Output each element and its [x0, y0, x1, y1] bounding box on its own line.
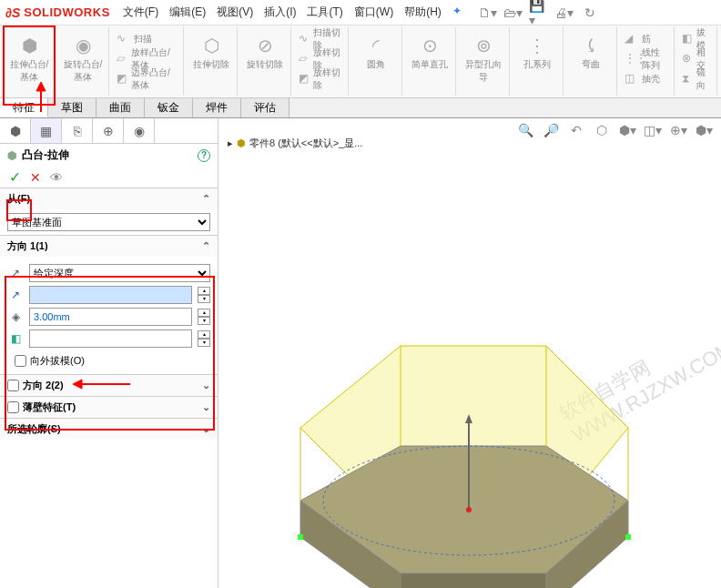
spin-down[interactable]: ▾ — [198, 339, 210, 347]
svg-marker-3 — [401, 573, 546, 588]
from-header[interactable]: 从(F) ⌃ — [0, 188, 218, 209]
edit-appearance-button[interactable]: ⬢▾ — [694, 120, 714, 140]
rebuild-button[interactable]: ↻ — [580, 3, 600, 23]
tab-weldment[interactable]: 焊件 — [193, 98, 241, 117]
mirror-button[interactable]: ⧗镜向 — [680, 69, 713, 89]
manager-tabs: ⬢ ▦ ⎘ ⊕ ◉ — [0, 118, 218, 144]
spin-down[interactable]: ▾ — [198, 295, 210, 303]
menu-file[interactable]: 文件(F) — [123, 5, 158, 20]
depth-field[interactable] — [29, 308, 192, 326]
fillet-button[interactable]: ◜圆角 — [354, 29, 398, 94]
spin-up[interactable]: ▴ — [198, 309, 210, 317]
rib-icon: ◢ — [625, 32, 639, 46]
svg-rect-13 — [298, 534, 303, 540]
thin-header[interactable]: 薄壁特征(T) ⌄ — [0, 397, 218, 418]
part-icon: ⬢ — [237, 137, 246, 149]
hide-show-button[interactable]: ⊕▾ — [668, 120, 688, 140]
bend-icon: ⤹ — [578, 33, 604, 58]
dimxpert-tab[interactable]: ⊕ — [93, 118, 124, 143]
hole-icon: ⊙ — [417, 33, 442, 58]
reverse-direction-button[interactable]: ↗ — [7, 267, 24, 279]
config-tab[interactable]: ⎘ — [62, 118, 93, 143]
extrude-cut-icon: ⬡ — [198, 33, 224, 58]
app-name: SOLIDWORKS — [24, 5, 110, 19]
fillet-icon: ◜ — [363, 33, 389, 58]
part-name[interactable]: 零件8 (默认<<默认>_显... — [249, 137, 362, 150]
menu-edit[interactable]: 编辑(E) — [169, 5, 206, 20]
display-style-button[interactable]: ◫▾ — [643, 120, 663, 140]
boundary-button[interactable]: ◩边界凸台/基体 — [115, 69, 179, 89]
direction-field[interactable] — [29, 286, 192, 304]
tab-surface[interactable]: 曲面 — [96, 98, 145, 117]
simple-hole-button[interactable]: ⊙简单直孔 — [408, 29, 452, 94]
extrude-boss-button[interactable]: ⬢ 拉伸凸台/基体 — [7, 29, 51, 94]
section-view-button[interactable]: ⬡ — [592, 120, 612, 140]
open-button[interactable]: 🗁▾ — [503, 3, 523, 23]
direction1-header[interactable]: 方向 1(1) ⌃ — [0, 236, 218, 257]
view-orientation-button[interactable]: ⬢▾ — [617, 120, 637, 140]
cancel-button[interactable]: ✕ — [30, 170, 41, 185]
menu-tools[interactable]: 工具(T) — [307, 5, 342, 20]
intersect-icon: ⊗ — [682, 52, 694, 66]
save-button[interactable]: 💾▾ — [529, 3, 549, 23]
revolve-cut-button[interactable]: ⊘ 旋转切除 — [243, 29, 287, 94]
prev-view-button[interactable]: ↶ — [566, 120, 586, 140]
help-button[interactable]: ? — [198, 149, 210, 162]
spin-down[interactable]: ▾ — [198, 317, 210, 325]
direction2-header[interactable]: 方向 2(2) ⌄ — [0, 375, 218, 396]
draft-field[interactable] — [29, 329, 192, 348]
from-dropdown[interactable]: 草图基准面 — [7, 213, 210, 231]
contours-header[interactable]: 所选轮廓(S) ⌄ — [0, 419, 218, 440]
sweep-cut-icon: ∿ — [299, 32, 310, 46]
revolve-boss-button[interactable]: ◉ 旋转凸台/基体 — [61, 29, 105, 94]
thin-checkbox[interactable] — [7, 401, 19, 413]
ok-button[interactable]: ✓ — [9, 168, 21, 186]
menu-view[interactable]: 视图(V) — [217, 5, 253, 20]
print-button[interactable]: 🖨▾ — [554, 3, 574, 23]
hole-series-icon: ⋮ — [524, 33, 550, 58]
contours-section: 所选轮廓(S) ⌄ — [0, 418, 218, 440]
spin-up[interactable]: ▴ — [198, 330, 210, 339]
tab-sketch[interactable]: 草图 — [48, 98, 96, 117]
svg-rect-16 — [625, 534, 631, 540]
menu-search-icon[interactable]: ✦ — [452, 5, 462, 20]
boundary-icon: ◩ — [117, 72, 128, 86]
outward-draft-checkbox[interactable] — [15, 355, 26, 367]
direction-icon[interactable]: ↗ — [7, 289, 24, 301]
thin-label: 薄壁特征(T) — [23, 400, 76, 414]
direction2-checkbox[interactable] — [7, 380, 19, 391]
command-tabs: 特征 草图 曲面 钣金 焊件 评估 — [0, 98, 721, 118]
pattern-icon: ⋮⋮ — [625, 52, 639, 66]
wizard-hole-button[interactable]: ⊚异型孔向导 — [462, 29, 505, 94]
feature-tree-tab[interactable]: ⬢ — [0, 118, 31, 143]
boundary-cut-button[interactable]: ◩放样切除 — [297, 69, 344, 89]
extrude-cut-button[interactable]: ⬡ 拉伸切除 — [189, 29, 233, 94]
tab-sheetmetal[interactable]: 钣金 — [145, 98, 193, 117]
new-button[interactable]: 🗋▾ — [478, 3, 498, 23]
draft-icon: ◧ — [682, 32, 694, 46]
spin-up[interactable]: ▴ — [198, 287, 210, 295]
zoom-area-button[interactable]: 🔎 — [541, 120, 561, 140]
thin-section: 薄壁特征(T) ⌄ — [0, 396, 218, 418]
shell-button[interactable]: ◫抽壳 — [623, 69, 670, 89]
boundary-label: 边界凸台/基体 — [131, 66, 178, 92]
tab-feature[interactable]: 特征 — [0, 98, 48, 117]
menu-window[interactable]: 窗口(W) — [354, 5, 393, 20]
view-toolbar: 🔍 🔎 ↶ ⬡ ⬢▾ ◫▾ ⊕▾ ⬢▾ — [515, 120, 714, 140]
property-tab[interactable]: ▦ — [31, 118, 62, 143]
menu-insert[interactable]: 插入(I) — [264, 5, 296, 20]
linear-pattern-button[interactable]: ⋮⋮线性阵列 — [623, 49, 670, 69]
bend-button[interactable]: ⤹弯曲 — [569, 29, 613, 94]
end-condition-dropdown[interactable]: 给定深度 — [29, 264, 210, 282]
draft-toggle-icon[interactable]: ◧ — [7, 332, 24, 345]
tab-evaluate[interactable]: 评估 — [241, 98, 289, 117]
outward-draft-label: 向外拔模(O) — [30, 354, 85, 368]
preview-button[interactable]: 👁 — [50, 170, 63, 185]
hole-series-button[interactable]: ⋮孔系列 — [515, 29, 559, 94]
loft-cut-icon: ▱ — [299, 52, 310, 66]
zoom-fit-button[interactable]: 🔍 — [515, 120, 535, 140]
display-tab[interactable]: ◉ — [124, 118, 155, 143]
graphics-viewport[interactable]: 🔍 🔎 ↶ ⬡ ⬢▾ ◫▾ ⊕▾ ⬢▾ ▸ ⬢ 零件8 (默认<<默认>_显..… — [218, 118, 721, 588]
menu-help[interactable]: 帮助(H) — [404, 5, 442, 20]
expand-icon[interactable]: ▸ — [228, 137, 233, 149]
